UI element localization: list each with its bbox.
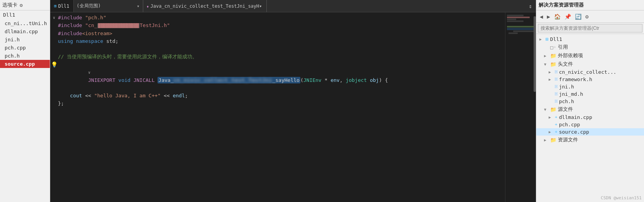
tree-resources[interactable]: ▶ 📁 资源文件 [536,136,644,144]
arrow-dll1: ▶ [539,37,544,41]
tree-cn-label: cn_nivic_collect... [559,69,617,75]
tree-external-label: 外部依赖项 [558,52,583,59]
arrow-cn-nivic: ▶ [549,70,553,74]
line-lightbulb[interactable]: 💡 [50,61,58,68]
tree-dll1[interactable]: ▶ ⊞ Dll1 [536,36,644,43]
file-dllmain-icon: + [555,115,558,120]
file-pch-cpp-icon: + [555,122,558,127]
code-content-2[interactable]: #include "cn_▓▓▓▓▓▓▓▓▓▓▓▓▓▓▓▓TestJni.h" [58,22,505,30]
scope-arrow: ▾ [137,3,139,9]
tree-headers[interactable]: ▼ 📁 头文件 [536,60,644,68]
tree-references[interactable]: □◦ 引用 [536,43,644,51]
tree-dllmain[interactable]: ▶ + dllmain.cpp [536,114,644,121]
sidebar-file-pch-h[interactable]: pch.h [0,52,50,60]
back-icon[interactable]: ◀ [539,13,544,20]
editor-tab[interactable]: ⊞ Dll1 [50,0,74,12]
folder-resources-icon: 📁 [550,137,556,143]
sidebar-file-source[interactable]: source.cpp [0,60,50,68]
code-line-6: // 当使用预编译的头时，需要使用此源文件，编译才能成功。 [50,53,505,61]
sidebar-file-dllmain[interactable]: dllmain.cpp [0,27,50,36]
gear-icon[interactable]: ⚙ [20,2,23,8]
tree-jni-h[interactable]: ℍ jni.h [536,83,644,90]
sidebar-header-label: 选项卡 [2,2,17,8]
search-container [536,23,644,34]
code-area: ∨ #include "pch.h" #include "cn_▓▓▓▓▓▓▓▓… [50,12,536,202]
code-content-7[interactable]: ∨ JNIEXPORT void JNICALL Java_cn_nivic_c… [58,61,505,92]
pin-icon[interactable]: 📌 [563,13,572,20]
tree-headers-label: 头文件 [558,61,573,68]
arrow-dllmain: ▶ [549,115,553,119]
solution-explorer-title: 解决方案资源管理器 [536,0,644,10]
file-source-icon: + [555,129,558,134]
code-editor[interactable]: ∨ #include "pch.h" #include "cn_▓▓▓▓▓▓▓▓… [50,12,505,202]
sidebar-file-cn-ni[interactable]: cn_ni...tUni.h [0,19,50,27]
tree-sources-label: 源文件 [558,106,573,113]
code-content-3[interactable]: #include<iostream> [58,30,505,37]
arrow-external: ▶ [544,54,549,58]
tree-pch-h[interactable]: ℍ pch.h [536,98,644,105]
ref-icon: □◦ [550,44,556,50]
tree-framework[interactable]: ▶ ℍ framework.h [536,76,644,83]
watermark: CSDN @weisian151 [601,195,642,200]
arrow-sources: ▼ [544,107,549,112]
code-content-4[interactable]: using namespace std; [58,37,505,45]
tree-dll1-label: Dll1 [550,36,562,42]
code-content-6[interactable]: // 当使用预编译的头时，需要使用此源文件，编译才能成功。 [58,53,505,61]
function-dropdown[interactable]: ⬧ Java_cn_nivic_collect_test_TestJni_say… [143,0,267,12]
folder-sources-icon: 📁 [550,107,556,112]
minimap-content [505,15,536,202]
tree-external[interactable]: ▶ 📁 外部依赖项 [536,51,644,60]
tree-sources[interactable]: ▼ 📁 源文件 [536,105,644,114]
code-line-8: cout << "hello Java, I am C++" << endl; [50,92,505,100]
tree-dllmain-label: dllmain.cpp [559,114,592,120]
minimap[interactable] [505,12,536,202]
sidebar-header: 选项卡 ⚙ [0,0,50,10]
solution-explorer: 解决方案资源管理器 ◀ ▶ 🏠 📌 🔄 ⚙ ▶ ⊞ Dll1 □◦ 引用 ▶ 📁… [536,0,644,202]
scope-dropdown[interactable]: (全局范围) ▾ [74,0,143,12]
tree-cn-nivic[interactable]: ▶ ℍ cn_nivic_collect... [536,68,644,76]
file-jni-md-icon: ℍ [555,92,558,97]
split-button[interactable]: ⇕ [525,0,536,12]
arrow-source-cpp: ▶ [549,130,553,134]
folder-external-icon: 📁 [550,53,556,59]
sidebar-file-pch-cpp[interactable]: pch.cpp [0,44,50,52]
scope-label: (全局范围) [77,3,101,9]
code-line-2: #include "cn_▓▓▓▓▓▓▓▓▓▓▓▓▓▓▓▓TestJni.h" [50,22,505,30]
file-framework-icon: ℍ [555,77,558,82]
filter-icon[interactable]: ⚙ [584,13,590,20]
tree-pch-cpp-label: pch.cpp [559,122,580,127]
tree-view: ▶ ⊞ Dll1 □◦ 引用 ▶ 📁 外部依赖项 ▼ 📁 头文件 ▶ ℍ cn_… [536,34,644,202]
tab-label: Dll1 [58,3,69,9]
sidebar-file-jni[interactable]: jni.h [0,36,50,44]
line-expand-1[interactable]: ∨ [50,14,58,22]
tree-pch-cpp[interactable]: + pch.cpp [536,121,644,128]
code-content-5 [58,45,505,53]
code-line-3: #include<iostream> [50,30,505,37]
tree-framework-label: framework.h [559,76,592,82]
forward-icon[interactable]: ▶ [546,13,551,20]
folder-headers-icon: 📁 [550,61,556,67]
code-content-8[interactable]: cout << "hello Java, I am C++" << endl; [58,92,505,100]
file-cn-icon: ℍ [555,70,558,75]
code-line-7: 💡 ∨ JNIEXPORT void JNICALL Java_cn_nivic… [50,61,505,92]
tree-resources-label: 资源文件 [558,136,578,143]
refresh-icon[interactable]: 🔄 [574,13,583,20]
func-icon: ⬧ [146,3,149,9]
arrow-headers: ▼ [544,62,549,66]
tree-source-label: source.cpp [559,129,589,135]
tree-pch-label: pch.h [559,98,574,104]
code-line-5 [50,45,505,53]
editor-toolbar: ⊞ Dll1 (全局范围) ▾ ⬧ Java_cn_nivic_collect_… [50,0,536,12]
home-icon[interactable]: 🏠 [553,13,562,20]
arrow-framework: ▶ [549,77,553,81]
tree-jni-md[interactable]: ℍ jni_md.h [536,90,644,98]
file-jni-icon: ℍ [555,84,558,89]
tab-icon: ⊞ [54,3,57,8]
search-input[interactable] [538,24,642,32]
sidebar: 选项卡 ⚙ Dll1 cn_ni...tUni.h dllmain.cpp jn… [0,0,50,202]
tree-source-cpp[interactable]: ▶ + source.cpp [536,128,644,136]
main-editor: ⊞ Dll1 (全局范围) ▾ ⬧ Java_cn_nivic_collect_… [50,0,536,202]
code-content-9[interactable]: }; [58,100,505,107]
code-content-1[interactable]: #include "pch.h" [58,14,505,22]
code-line-9: }; [50,100,505,107]
